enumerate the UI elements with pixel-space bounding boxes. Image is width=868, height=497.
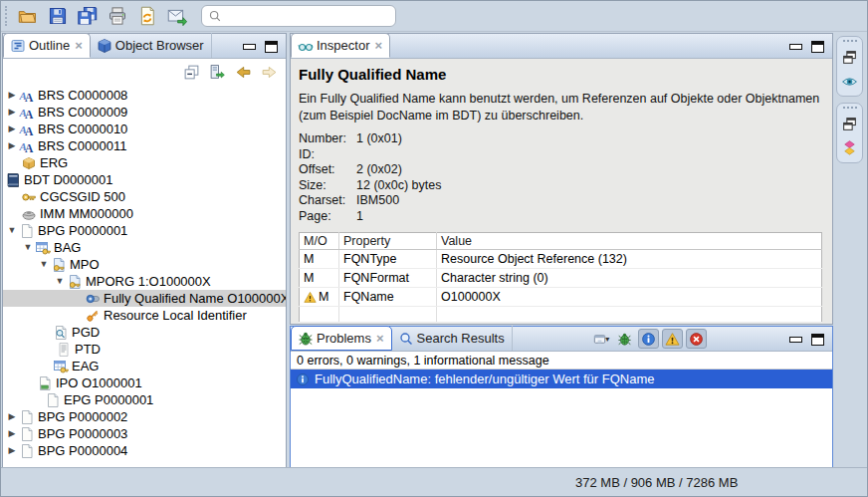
close-icon[interactable]: × xyxy=(75,39,83,52)
layers-button[interactable] xyxy=(840,138,859,157)
tab-object-browser[interactable]: Object Browser xyxy=(91,33,212,58)
maximize-button[interactable] xyxy=(811,41,824,53)
tree-item[interactable]: IPO O1000001 xyxy=(3,374,286,391)
tab-inspector[interactable]: Inspector× xyxy=(291,33,390,58)
collapse-all-icon xyxy=(183,64,200,81)
tree-item-label: BRS C0000011 xyxy=(38,138,126,153)
tree-item[interactable]: ▶AABRS C0000010 xyxy=(3,121,286,137)
eye-button[interactable] xyxy=(840,72,859,91)
tree-item[interactable]: ▼MPO xyxy=(3,256,286,273)
tree-item[interactable]: ▶AABRS C0000009 xyxy=(3,104,286,121)
tree-item[interactable]: ▶BPG P0000002 xyxy=(3,408,286,425)
save-button[interactable] xyxy=(46,5,69,28)
view-menu-button[interactable]: ▾ xyxy=(590,329,611,349)
info-button[interactable] xyxy=(638,329,659,349)
link-with-editor-button[interactable] xyxy=(207,62,227,82)
tree-item[interactable]: ▼MPORG 1:O100000X xyxy=(3,273,286,290)
tree-item[interactable]: ERG xyxy=(3,154,286,171)
expand-arrow-icon[interactable]: ▶ xyxy=(5,141,19,150)
minimize-button[interactable] xyxy=(243,44,256,50)
forward-button[interactable] xyxy=(259,62,279,82)
minimize-button[interactable] xyxy=(789,44,802,50)
close-icon[interactable]: × xyxy=(374,39,382,52)
expand-arrow-icon[interactable]: ▶ xyxy=(5,429,19,438)
bug-button[interactable] xyxy=(614,329,635,349)
property-row[interactable]: MFQNFormatCharacter string (0) xyxy=(300,269,822,288)
tree-item[interactable]: ▶AABRS C0000011 xyxy=(3,137,286,154)
eye-icon xyxy=(841,73,858,90)
problem-item[interactable]: FullyQualifiedName: fehlender/ungültiger… xyxy=(291,370,832,388)
tab-outline[interactable]: Outline× xyxy=(3,33,91,58)
expand-arrow-icon[interactable]: ▶ xyxy=(5,124,19,133)
search-input[interactable] xyxy=(225,9,389,23)
maximize-button[interactable] xyxy=(265,41,278,53)
tree-item[interactable]: IMM MM000000 xyxy=(3,205,286,222)
tab-label: Outline xyxy=(29,38,70,53)
tree-item[interactable]: BDT D0000001 xyxy=(3,171,286,188)
open-folder-icon xyxy=(18,6,38,26)
tree-item-label: ERG xyxy=(40,155,68,170)
page-key-icon xyxy=(67,274,83,290)
field-value: 1 (0x01) xyxy=(356,131,402,147)
imm-icon xyxy=(21,206,37,222)
print-button[interactable] xyxy=(106,5,128,28)
expand-arrow-icon[interactable]: ▶ xyxy=(5,108,19,117)
search-box[interactable] xyxy=(201,5,396,27)
tree-item[interactable]: PTD xyxy=(3,341,286,358)
tab-search-results[interactable]: Search Results xyxy=(392,326,513,351)
expand-arrow-icon[interactable]: ▶ xyxy=(5,412,19,421)
cube-icon xyxy=(97,38,112,54)
save-all-button[interactable] xyxy=(76,5,99,28)
collapse-arrow-icon[interactable]: ▼ xyxy=(5,226,19,235)
field-value: 12 (0x0c) bytes xyxy=(356,178,441,194)
tree-item[interactable]: Resource Local Identifier xyxy=(3,307,286,324)
tree-item[interactable]: EAG xyxy=(3,358,286,374)
error-button[interactable] xyxy=(686,329,707,349)
tree-item-label: BDT D0000001 xyxy=(24,172,112,187)
tree-item[interactable]: EPG P0000001 xyxy=(3,391,286,408)
tab-problems[interactable]: Problems× xyxy=(291,326,392,351)
column-header-property[interactable]: Property xyxy=(339,233,437,250)
tree-item-label: EAG xyxy=(72,359,99,373)
collapse-arrow-icon[interactable]: ▼ xyxy=(53,277,67,286)
page-plain-icon xyxy=(19,409,35,425)
property-row[interactable]: MFQNTypeResource Object Reference (132) xyxy=(300,250,822,269)
warning-button[interactable] xyxy=(662,329,683,349)
problems-list: FullyQualifiedName: fehlender/ungültiger… xyxy=(291,370,832,388)
tree-item-label: BRS C0000009 xyxy=(38,105,127,120)
tree-item-label: IPO O1000001 xyxy=(56,375,142,390)
collapse-arrow-icon[interactable]: ▼ xyxy=(37,260,51,269)
close-icon[interactable]: × xyxy=(376,332,384,345)
expand-arrow-icon[interactable]: ▶ xyxy=(5,91,19,100)
tree-item[interactable]: ▶BPG P0000003 xyxy=(3,425,286,442)
field-label: Page: xyxy=(299,209,356,225)
column-header-value[interactable]: Value xyxy=(437,233,822,250)
restore-view-button[interactable] xyxy=(840,115,859,133)
tree-item[interactable]: ▼BAG xyxy=(3,239,286,256)
open-button[interactable] xyxy=(16,5,39,28)
drag-handle[interactable] xyxy=(843,107,857,110)
tree-item-label: CGCSGID 500 xyxy=(40,189,125,204)
restore-view-button[interactable] xyxy=(840,48,859,67)
expand-arrow-icon[interactable]: ▶ xyxy=(5,446,19,455)
tree-item[interactable]: CGCSGID 500 xyxy=(3,188,286,205)
tree-item[interactable]: Fully Qualified Name O100000X xyxy=(3,290,286,307)
tree-item[interactable]: ▼BPG P0000001 xyxy=(3,222,286,239)
collapse-arrow-icon[interactable]: ▼ xyxy=(21,243,35,252)
send-mail-button[interactable] xyxy=(165,5,188,28)
back-button[interactable] xyxy=(233,62,253,82)
tree-item[interactable]: PGD xyxy=(3,324,286,341)
field-value: IBM500 xyxy=(356,193,399,209)
collapse-all-button[interactable] xyxy=(181,62,201,82)
maximize-button[interactable] xyxy=(811,334,824,346)
drag-handle[interactable] xyxy=(843,40,857,43)
tree-item-label: EPG P0000001 xyxy=(64,392,153,407)
field-value: 2 (0x02) xyxy=(356,162,402,178)
export-button[interactable] xyxy=(135,5,158,28)
tree-item[interactable]: ▶BPG P0000004 xyxy=(3,442,286,459)
minimize-button[interactable] xyxy=(789,337,802,343)
column-header-m-o[interactable]: M/O xyxy=(300,233,339,250)
tree-item[interactable]: ▶AABRS C0000008 xyxy=(3,87,286,104)
toolbar-drag-handle[interactable] xyxy=(5,6,9,26)
property-row[interactable]: MFQNameO100000X xyxy=(300,288,822,307)
